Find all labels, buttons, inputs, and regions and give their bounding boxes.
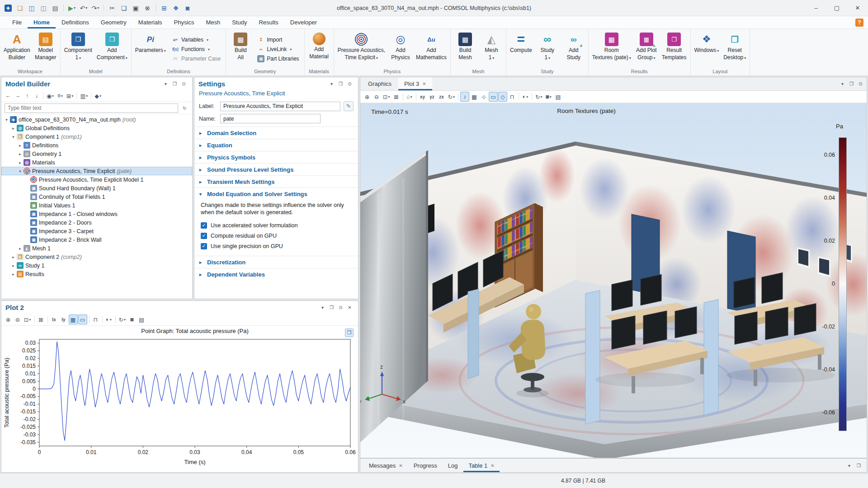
refresh-filter-button[interactable]: ↻: [180, 104, 189, 113]
add-component-ribbon-button[interactable]: ❒AddComponent▾: [94, 30, 130, 68]
tree-item[interactable]: ▣Initial Values 1: [1, 201, 192, 210]
y-log-scale-button[interactable]: ly: [59, 314, 68, 324]
expand-arrow-icon[interactable]: ▸: [10, 126, 16, 131]
move-up-button[interactable]: ↑: [23, 91, 32, 101]
sound-button[interactable]: ♪: [460, 92, 469, 102]
tab-messages[interactable]: Messages✕: [364, 459, 408, 472]
use-accelerated-solver-formulation-checkbox[interactable]: ✓: [201, 222, 207, 229]
part-libraries-ribbon-button[interactable]: ▦Part Libraries: [255, 55, 301, 63]
parameters-ribbon-button[interactable]: PiParameters▾: [133, 30, 168, 68]
open-file-button[interactable]: ❏: [14, 2, 25, 14]
close-icon[interactable]: ✕: [399, 463, 402, 468]
move-down-button[interactable]: ↓: [32, 91, 41, 101]
model-tree-columns-button[interactable]: ▥▾: [79, 91, 89, 101]
expand-arrow-icon[interactable]: ▸: [10, 272, 16, 277]
tab-table-1[interactable]: Table 1✕: [463, 459, 499, 472]
variables-ribbon-button[interactable]: a=Variables▾: [170, 36, 222, 44]
add-material-ribbon-button[interactable]: AddMaterial: [306, 30, 332, 68]
panel-menu-button[interactable]: ▾: [845, 461, 854, 470]
undock-button[interactable]: ❐: [847, 80, 856, 88]
tree-item[interactable]: ▸▥Results: [1, 270, 192, 278]
name-field[interactable]: [220, 114, 321, 123]
play-button[interactable]: ▶▾: [66, 2, 77, 14]
import-ribbon-button[interactable]: ↧Import: [255, 36, 301, 44]
mesh-1-ribbon-button[interactable]: ◭Mesh1▾: [478, 30, 505, 68]
use-single-precision-on-gpu-checkbox[interactable]: ✓: [201, 243, 207, 249]
forward-button[interactable]: →: [13, 91, 22, 101]
expand-arrow-icon[interactable]: ▸: [17, 160, 23, 165]
add-table-button[interactable]: ⊞: [159, 2, 170, 14]
x-log-scale-button[interactable]: lx: [50, 314, 59, 324]
view-zx-button[interactable]: zx: [437, 92, 446, 102]
window-layout-button[interactable]: ❖: [170, 2, 181, 14]
windows-ribbon-button[interactable]: ❖Windows▾: [692, 30, 722, 68]
plot-update-button[interactable]: ↻▾: [118, 314, 127, 324]
menu-tab-materials[interactable]: Materials: [132, 16, 168, 28]
expand-tree-button[interactable]: ⊞▾: [65, 91, 75, 101]
menu-tab-definitions[interactable]: Definitions: [56, 16, 95, 28]
undock-button[interactable]: ❐: [170, 80, 179, 88]
zoom-box-button[interactable]: ⊡▾: [23, 314, 33, 324]
tree-item[interactable]: ▣Continuity of Total Fields 1: [1, 192, 192, 201]
zoom-extents-button[interactable]: ⊠: [37, 314, 46, 324]
show-grid-button[interactable]: ▦: [470, 92, 479, 102]
filter-input[interactable]: [5, 103, 178, 113]
image-snapshot-button[interactable]: ◙▾: [544, 92, 553, 102]
go-to-default-view-button[interactable]: ⌂▾: [405, 92, 414, 102]
show-button[interactable]: ◉▾: [45, 91, 55, 101]
panel-menu-button[interactable]: ▾: [161, 80, 170, 88]
scene-update-button[interactable]: ↻▾: [534, 92, 544, 102]
tree-item[interactable]: ▸◭Mesh 1: [1, 244, 192, 253]
plot2-chart-canvas[interactable]: ❐ Point Graph: Total acoustic pressure (…: [1, 326, 358, 472]
section-discretization[interactable]: ▸Discretization: [194, 256, 358, 268]
model-manager-ribbon-button[interactable]: ▤ModelManager: [33, 30, 59, 68]
menu-tab-developer[interactable]: Developer: [284, 16, 323, 28]
compute-residual-on-gpu-checkbox[interactable]: ✓: [201, 233, 207, 239]
view-yz-button[interactable]: yz: [428, 92, 437, 102]
help-button[interactable]: ?: [855, 19, 863, 27]
zoom-in-button[interactable]: ⊕: [363, 92, 372, 102]
livelink-ribbon-button[interactable]: ∞LiveLink▾: [255, 45, 301, 53]
component-1-ribbon-button[interactable]: ❒Component1▾: [62, 30, 94, 68]
show-axes-button[interactable]: ⊹: [479, 92, 488, 102]
tab-log[interactable]: Log: [443, 459, 463, 472]
build-mesh-ribbon-button[interactable]: ▦BuildMesh: [452, 30, 478, 68]
rotate-button[interactable]: ↻▾: [447, 92, 457, 102]
pressure-acoustics-ribbon-button[interactable]: Pressure Acoustics,Time Explicit▾: [335, 30, 387, 68]
compute-ribbon-button[interactable]: =Compute: [508, 30, 534, 68]
cut-button[interactable]: ✂: [107, 2, 118, 14]
rename-label-button[interactable]: ✎: [344, 101, 354, 111]
add-plot-group-ribbon-button[interactable]: ▦+Add PlotGroup▾: [633, 30, 660, 68]
tag-display-button[interactable]: ◆▾: [93, 91, 103, 101]
section-transient-mesh-settings[interactable]: ▸Transient Mesh Settings: [194, 175, 358, 188]
tab-plot-3[interactable]: Plot 3✕: [398, 77, 432, 90]
undock-button[interactable]: ❐: [327, 303, 336, 312]
menu-tab-file[interactable]: File: [6, 16, 28, 28]
save-as-button[interactable]: ◫: [38, 2, 49, 14]
tree-item[interactable]: ▣Impedance 2 - Doors: [1, 218, 192, 227]
add-physics-ribbon-button[interactable]: ◎AddPhysics: [387, 30, 414, 68]
undock-button[interactable]: ❐: [854, 461, 863, 470]
zoom-box-button[interactable]: ⊡▾: [382, 92, 392, 102]
tree-item[interactable]: ▾❒Component 1(comp1): [1, 132, 192, 141]
color-theme-button[interactable]: ◐▾: [521, 92, 530, 102]
add-study-ribbon-button[interactable]: ∞+AddStudy: [561, 30, 587, 68]
show-grid-button[interactable]: ▦: [69, 314, 78, 324]
undock-button[interactable]: ❐: [336, 80, 345, 88]
orthographic-button[interactable]: ▭: [489, 92, 498, 102]
tree-item[interactable]: ▣Impedance 1 - Closed windows: [1, 210, 192, 218]
section-sound-pressure-level-settings[interactable]: ▸Sound Pressure Level Settings: [194, 163, 358, 175]
panel-menu-button[interactable]: ▾: [838, 80, 847, 88]
section-domain-selection[interactable]: ▸Domain Selection: [194, 127, 358, 139]
close-button[interactable]: ✕: [847, 0, 868, 16]
expand-arrow-icon[interactable]: ▸: [10, 263, 16, 268]
expand-arrow-icon[interactable]: ▸: [17, 143, 23, 148]
reset-desktop-ribbon-button[interactable]: ❐ResetDesktop▾: [721, 30, 748, 68]
zoom-extents-button[interactable]: ⊠: [392, 92, 401, 102]
print-button[interactable]: ▤: [554, 92, 563, 102]
section-model-equation-and-solver-settings[interactable]: ▾Model Equation and Solver Settings: [194, 188, 358, 200]
color-theme-button[interactable]: ◐▾: [104, 314, 113, 324]
build-all-ribbon-button[interactable]: ▦BuildAll: [227, 30, 254, 68]
minimize-button[interactable]: –: [806, 0, 826, 16]
pin-button[interactable]: ⊙: [345, 80, 354, 88]
